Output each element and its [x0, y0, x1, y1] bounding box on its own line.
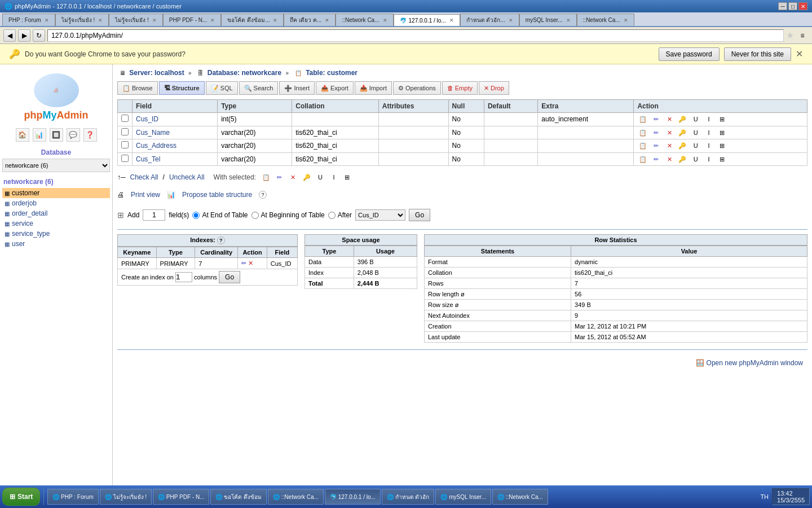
- add-fields-input[interactable]: [143, 209, 165, 221]
- tab-8[interactable]: กำหนด ตัวอัก... ✕: [460, 14, 519, 26]
- unique-action-icon[interactable]: U: [691, 115, 701, 124]
- field-link-cus-tel[interactable]: Cus_Tel: [136, 155, 160, 163]
- taskbar-item-phpmyadmin[interactable]: 🐬 127.0.0.1 / lo...: [325, 489, 381, 505]
- tab-close-icon[interactable]: ✕: [383, 17, 387, 23]
- index-selected-icon[interactable]: I: [329, 173, 339, 182]
- tab-mysql-insert[interactable]: mySQL Inser... ✕: [519, 14, 577, 26]
- tab-4[interactable]: ขอโค้ด ดึงข้อม... ✕: [221, 14, 284, 26]
- close-button[interactable]: ✕: [798, 2, 807, 10]
- toolbar-structure[interactable]: 🏗 Structure: [159, 81, 205, 95]
- fulltext-action-icon[interactable]: ⊞: [717, 115, 727, 124]
- edit-action-icon[interactable]: ✏: [651, 142, 661, 151]
- primary-action-icon[interactable]: 🔑: [677, 155, 687, 164]
- propose-structure-link[interactable]: Propose table structure: [182, 191, 252, 199]
- primary-action-icon[interactable]: 🔑: [677, 142, 687, 151]
- tab-5[interactable]: ถึค เดียว ค... ✕: [284, 14, 336, 26]
- index-action-icon[interactable]: I: [704, 141, 714, 150]
- tab-close-icon[interactable]: ✕: [45, 17, 49, 23]
- open-new-window-link[interactable]: Open new phpMyAdmin window: [707, 359, 803, 367]
- toolbar-sql[interactable]: 📝 SQL: [206, 81, 238, 95]
- breadcrumb-table[interactable]: Table: customer: [306, 69, 358, 77]
- browse-selected-icon[interactable]: 📋: [261, 173, 271, 182]
- edit-action-icon[interactable]: ✏: [651, 115, 661, 124]
- delete-action-icon[interactable]: ✕: [664, 128, 674, 137]
- primary-action-icon[interactable]: 🔑: [677, 128, 687, 137]
- reload-button[interactable]: ↻: [33, 29, 45, 42]
- minimize-button[interactable]: ─: [778, 2, 787, 10]
- tab-10[interactable]: ::Network Ca... ✕: [577, 14, 634, 26]
- taskbar-item-pdf[interactable]: 🌐 PHP PDF - N...: [153, 489, 209, 505]
- tab-phpmyadmin[interactable]: 🐬 127.0.0.1 / lo... ✕: [394, 14, 460, 27]
- row-checkbox-3[interactable]: [121, 141, 129, 148]
- address-input[interactable]: [47, 29, 784, 42]
- tab-close-icon[interactable]: ✕: [210, 17, 215, 23]
- tab-2[interactable]: ไม่รู้จะเริ่มยัง ! ✕: [109, 14, 163, 26]
- field-link-cus-address[interactable]: Cus_Address: [136, 142, 176, 150]
- primary-action-icon[interactable]: 🔑: [677, 115, 687, 124]
- indexes-help-icon[interactable]: ?: [217, 237, 225, 244]
- toolbar-empty[interactable]: 🗑 Empty: [442, 81, 478, 95]
- taskbar-item-mysql[interactable]: 🌐 mySQL Inser...: [435, 489, 491, 505]
- unique-action-icon[interactable]: U: [691, 141, 701, 150]
- at-beginning-radio[interactable]: [251, 212, 259, 219]
- tab-close-icon[interactable]: ✕: [624, 17, 628, 23]
- fulltext-action-icon[interactable]: ⊞: [717, 128, 727, 137]
- tab-close-icon[interactable]: ✕: [449, 17, 454, 23]
- toolbar-import[interactable]: 📥 Import: [355, 81, 392, 95]
- never-for-site-button[interactable]: Never for this site: [724, 47, 791, 61]
- primary-selected-icon[interactable]: 🔑: [302, 173, 312, 182]
- field-link-cus-id[interactable]: Cus_ID: [136, 115, 158, 123]
- unique-action-icon[interactable]: U: [691, 155, 701, 164]
- tab-6[interactable]: ::Network Ca... ✕: [336, 14, 393, 26]
- delete-action-icon[interactable]: ✕: [664, 155, 674, 164]
- back-button[interactable]: ◀: [3, 29, 16, 42]
- database-select[interactable]: networkcare (6): [2, 159, 110, 172]
- forward-button[interactable]: ▶: [18, 29, 30, 42]
- print-view-link[interactable]: Print view: [131, 191, 160, 199]
- index-action-icon[interactable]: I: [704, 155, 714, 164]
- breadcrumb-server[interactable]: Server: localhost: [129, 69, 184, 77]
- edit-index-icon[interactable]: ✏: [241, 260, 246, 266]
- unique-action-icon[interactable]: U: [691, 128, 701, 137]
- browse-action-icon[interactable]: 📋: [638, 128, 648, 137]
- breadcrumb-database[interactable]: Database: networkcare: [208, 69, 281, 77]
- toolbar-insert[interactable]: ➕ Insert: [279, 81, 315, 95]
- tab-close-icon[interactable]: ✕: [98, 17, 103, 23]
- delete-selected-icon[interactable]: ✕: [288, 173, 298, 182]
- home-icon[interactable]: 🏠: [16, 128, 29, 142]
- tab-close-icon[interactable]: ✕: [152, 17, 157, 23]
- uncheck-all-link[interactable]: Uncheck All: [169, 173, 205, 181]
- fulltext-selected-icon[interactable]: ⊞: [342, 173, 352, 182]
- field-link-cus-name[interactable]: Cus_Name: [136, 129, 170, 137]
- fulltext-action-icon[interactable]: ⊞: [717, 155, 727, 164]
- taskbar-item-define[interactable]: 🌐 กำหนด ตัวอัก: [382, 489, 435, 505]
- query-icon[interactable]: 🔲: [50, 128, 63, 142]
- sidebar-item-orderjob[interactable]: ▦ orderjob: [2, 198, 110, 208]
- start-button[interactable]: ⊞ Start: [2, 488, 40, 506]
- tab-php-pdf[interactable]: PHP PDF - N... ✕: [163, 14, 222, 26]
- delete-index-icon[interactable]: ✕: [248, 260, 253, 266]
- tab-php-forum[interactable]: PHP : Forum ✕: [2, 14, 55, 26]
- toolbar-operations[interactable]: ⚙ Operations: [393, 81, 441, 95]
- table-icon[interactable]: 📊: [33, 128, 46, 142]
- toolbar-drop[interactable]: ✕ Drop: [479, 81, 509, 95]
- edit-selected-icon[interactable]: ✏: [275, 173, 285, 182]
- sidebar-item-service-type[interactable]: ▦ service_type: [2, 229, 110, 239]
- tab-close-icon[interactable]: ✕: [273, 17, 277, 23]
- at-end-radio[interactable]: [192, 212, 200, 219]
- sidebar-item-order-detail[interactable]: ▦ order_detail: [2, 208, 110, 218]
- tab-close-icon[interactable]: ✕: [566, 17, 571, 23]
- index-action-icon[interactable]: I: [704, 128, 714, 137]
- browse-action-icon[interactable]: 📋: [638, 155, 648, 164]
- index-action-icon[interactable]: I: [704, 115, 714, 124]
- check-all-link[interactable]: Check All: [130, 173, 158, 181]
- toolbar-export[interactable]: 📤 Export: [316, 81, 354, 95]
- row-checkbox-4[interactable]: [121, 155, 129, 162]
- sidebar-item-customer[interactable]: ▦ customer: [2, 188, 110, 198]
- taskbar-item-php[interactable]: 🌐 PHP : Forum: [47, 489, 98, 505]
- sidebar-item-service[interactable]: ▦ service: [2, 218, 110, 229]
- sidebar-item-user[interactable]: ▦ user: [2, 239, 110, 249]
- tab-close-icon[interactable]: ✕: [509, 17, 513, 23]
- after-field-select[interactable]: Cus_ID Cus_Name Cus_Address Cus_Tel: [355, 209, 405, 221]
- bookmark-star-icon[interactable]: ★: [786, 30, 794, 41]
